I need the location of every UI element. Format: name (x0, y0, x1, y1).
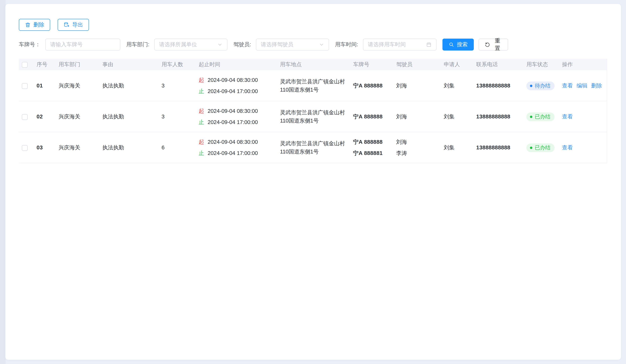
row-checkbox[interactable] (22, 114, 28, 120)
table-row: 01 兴庆海关 执法执勤 3 起 2024-09-04 08:30:00 止 2… (19, 70, 607, 101)
column-header-status: 用车状态 (526, 59, 562, 70)
table-header-row: 序号 用车部门 事由 用车人数 起止时间 用车地点 车牌号 驾驶员 申请人 联系… (19, 59, 607, 70)
time-end-value: 2024-09-04 17:00:00 (208, 86, 258, 97)
column-header-time: 起止时间 (199, 59, 280, 70)
row-phone: 13888888888 (476, 132, 526, 163)
row-status: 已办结 (526, 101, 562, 132)
plate-value: 宁A 888888 (353, 136, 393, 147)
driver-value: 刘海 (396, 136, 441, 147)
row-seq: 03 (37, 132, 59, 163)
row-checkbox[interactable] (22, 83, 28, 89)
vehicle-table: 序号 用车部门 事由 用车人数 起止时间 用车地点 车牌号 驾驶员 申请人 联系… (19, 59, 608, 163)
plate-input[interactable]: 请输入车牌号 (45, 38, 120, 51)
row-actions: 查看编辑删除 (562, 70, 607, 101)
row-seq: 02 (37, 101, 59, 132)
department-select-placeholder: 请选择所属单位 (159, 41, 197, 48)
row-action-link[interactable]: 查看 (562, 81, 573, 90)
plate-value: 宁A 888888 (353, 80, 393, 91)
driver-filter-label: 驾驶员: (233, 41, 251, 48)
time-end-value: 2024-09-04 17:00:00 (208, 147, 258, 159)
department-select[interactable]: 请选择所属单位 (154, 38, 227, 51)
driver-value: 李涛 (396, 147, 441, 159)
status-dot-icon (530, 85, 532, 87)
chevron-down-icon (319, 42, 324, 47)
search-button[interactable]: 搜索 (442, 38, 474, 51)
trash-icon (25, 22, 31, 28)
filter-bar: 车牌号： 请输入车牌号 用车部门: 请选择所属单位 驾驶员: 请选择驾驶员 用车… (19, 38, 608, 51)
row-drivers: 刘海 (396, 101, 444, 132)
toolbar: 删除 导出 (19, 19, 608, 31)
reset-button[interactable]: 重置 (479, 38, 508, 51)
column-header-driver: 驾驶员 (396, 59, 444, 70)
search-icon (449, 42, 454, 47)
calendar-icon (426, 42, 432, 47)
row-time: 起 2024-09-04 08:30:00 止 2024-09-04 17:00… (199, 70, 280, 101)
time-start-value: 2024-09-04 08:30:00 (208, 105, 258, 116)
time-end-prefix: 止 (199, 86, 208, 97)
row-department: 兴庆海关 (59, 101, 102, 132)
status-badge: 待办结 (526, 81, 554, 90)
column-header-applicant: 申请人 (444, 59, 476, 70)
reset-button-label: 重置 (493, 37, 502, 52)
column-header-phone: 联系电话 (476, 59, 526, 70)
row-action-link[interactable]: 查看 (562, 144, 573, 152)
delete-button[interactable]: 删除 (19, 19, 50, 31)
status-label: 待办结 (535, 82, 550, 90)
export-button-label: 导出 (72, 21, 83, 29)
chevron-down-icon (217, 42, 223, 47)
column-header-location: 用车地点 (280, 59, 353, 70)
export-button[interactable]: 导出 (58, 19, 89, 31)
driver-value: 刘海 (396, 111, 441, 122)
status-badge: 已办结 (526, 112, 554, 121)
time-start-prefix: 起 (199, 136, 208, 147)
time-date-picker[interactable]: 请选择用车时间 (363, 38, 436, 51)
row-people: 3 (161, 70, 199, 101)
time-start-value: 2024-09-04 08:30:00 (208, 136, 258, 147)
department-filter-label: 用车部门: (126, 41, 149, 48)
status-dot-icon (530, 116, 532, 118)
table-row: 03 兴庆海关 执法执勤 6 起 2024-09-04 08:30:00 止 2… (19, 132, 607, 163)
driver-select[interactable]: 请选择驾驶员 (256, 38, 329, 51)
driver-select-placeholder: 请选择驾驶员 (261, 41, 293, 48)
column-header-actions: 操作 (562, 59, 607, 70)
time-start-prefix: 起 (199, 74, 208, 86)
column-header-people: 用车人数 (161, 59, 199, 70)
row-actions: 查看 (562, 101, 607, 132)
column-header-seq: 序号 (37, 59, 59, 70)
delete-button-label: 删除 (33, 21, 44, 29)
row-status: 已办结 (526, 132, 562, 163)
time-end-prefix: 止 (199, 116, 208, 128)
page-left-edge (0, 0, 6, 364)
time-date-placeholder: 请选择用车时间 (368, 41, 406, 48)
driver-value: 刘海 (396, 80, 441, 91)
status-dot-icon (530, 146, 532, 149)
row-checkbox[interactable] (22, 145, 28, 151)
time-end-value: 2024-09-04 17:00:00 (208, 116, 258, 128)
time-start-prefix: 起 (199, 105, 208, 116)
plate-value: 宁A 888881 (353, 147, 393, 159)
row-applicant: 刘集 (444, 132, 476, 163)
row-applicant: 刘集 (444, 70, 476, 101)
row-people: 6 (161, 132, 199, 163)
status-badge: 已办结 (526, 144, 554, 152)
row-drivers: 刘海李涛 (396, 132, 444, 163)
time-start-value: 2024-09-04 08:30:00 (208, 74, 258, 86)
status-label: 已办结 (535, 144, 550, 152)
reset-icon (485, 42, 490, 47)
table-row: 02 兴庆海关 执法执勤 3 起 2024-09-04 08:30:00 止 2… (19, 101, 607, 132)
row-time: 起 2024-09-04 08:30:00 止 2024-09-04 17:00… (199, 101, 280, 132)
row-location: 灵武市贺兰县洪广镇金山村110国道东侧1号 (280, 101, 353, 132)
plate-value: 宁A 888888 (353, 111, 393, 122)
row-action-link[interactable]: 编辑 (577, 81, 587, 90)
row-action-link[interactable]: 删除 (591, 81, 602, 90)
column-header-plate: 车牌号 (353, 59, 396, 70)
row-time: 起 2024-09-04 08:30:00 止 2024-09-04 17:00… (199, 132, 280, 163)
row-action-link[interactable]: 查看 (562, 112, 573, 121)
row-actions: 查看 (562, 132, 607, 163)
row-department: 兴庆海关 (59, 70, 102, 101)
time-filter-label: 用车时间: (335, 41, 358, 48)
row-department: 兴庆海关 (59, 132, 102, 163)
select-all-checkbox[interactable] (22, 62, 28, 68)
plate-input-placeholder: 请输入车牌号 (50, 41, 83, 48)
page-background: 删除 导出 车牌号： 请输入车牌号 用车部门: (0, 0, 626, 364)
